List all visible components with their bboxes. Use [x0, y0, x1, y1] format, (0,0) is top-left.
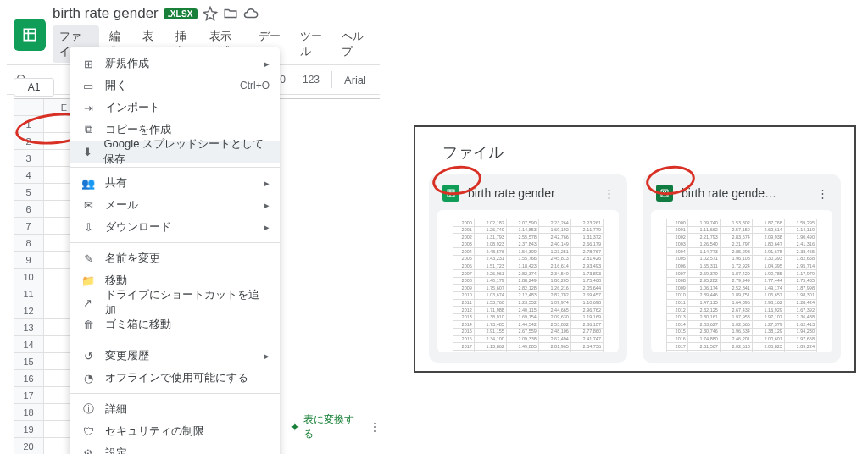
download-icon: ⇩	[81, 220, 95, 234]
dd-item-rename[interactable]: ✎名前を変更	[70, 247, 280, 269]
dd-separator	[70, 340, 280, 340]
dd-item-label: ダウンロード	[105, 219, 171, 235]
file-card-sheets[interactable]: birth rate gender ⋮ 20002.02,1822.07,590…	[429, 174, 627, 363]
copy-icon: ⧉	[81, 123, 95, 136]
info-icon: ⓘ	[81, 402, 95, 416]
file-thumbnail: 20002.02,1822.07,5902.23,2642.23,2612001…	[437, 210, 619, 352]
dd-item-label: ゴミ箱に移動	[105, 317, 171, 332]
history-icon: ↺	[81, 349, 95, 363]
drive-panel: ファイル birth rate gender ⋮ 20002.02,1822.0…	[414, 125, 856, 373]
row-header[interactable]: 9	[14, 252, 44, 269]
dd-item-shortcut[interactable]: ↗ドライブにショートカットを追加	[70, 291, 280, 313]
xlsx-badge: .XLSX	[164, 8, 198, 19]
toolbar-font[interactable]: Arial	[339, 72, 371, 88]
row-header[interactable]: 5	[14, 184, 44, 201]
dd-item-offline[interactable]: ◔オフラインで使用可能にする	[70, 367, 280, 389]
row-header[interactable]: 20	[14, 438, 44, 454]
row-header[interactable]: 1	[14, 116, 44, 133]
sheets-icon	[442, 185, 459, 202]
dd-item-folder[interactable]: ▭開くCtrl+O	[70, 75, 280, 97]
toolbar-divider	[331, 71, 332, 88]
dd-separator	[70, 393, 280, 394]
import-icon: ⇥	[81, 101, 95, 114]
menu-tools[interactable]: ツール	[293, 25, 331, 63]
row-header[interactable]: 4	[14, 167, 44, 184]
excel-icon	[656, 185, 673, 202]
dd-item-label: 詳細	[105, 401, 127, 417]
name-box[interactable]: A1	[14, 78, 54, 97]
menu-help[interactable]: ヘルプ	[335, 25, 373, 63]
star-diamond-icon: ✦	[290, 420, 300, 434]
chevron-right-icon: ▸	[264, 200, 270, 211]
dd-item-share[interactable]: 👥共有▸	[70, 172, 280, 194]
file-card-name: birth rate gende…	[682, 186, 805, 200]
dd-item-label: 移動	[105, 273, 127, 288]
dd-item-label: Google スプレッドシートとして保存	[103, 136, 268, 167]
move-icon: 📁	[81, 274, 95, 287]
row-header[interactable]: 8	[14, 235, 44, 252]
dd-item-plus-grid[interactable]: ⊞新規作成▸	[70, 53, 280, 75]
row-header[interactable]: 15	[14, 353, 44, 370]
drive-section-title: ファイル	[429, 139, 841, 174]
convert-chip-label: 表に変換する	[303, 412, 361, 441]
row-header[interactable]: 2	[14, 133, 44, 150]
dd-item-label: メール	[105, 197, 138, 213]
dd-item-label: 開く	[105, 78, 127, 93]
sheets-logo-icon[interactable]	[14, 19, 46, 51]
dd-item-import[interactable]: ⇥インポート	[70, 97, 280, 119]
move-folder-icon[interactable]	[223, 6, 238, 21]
plus-grid-icon: ⊞	[81, 57, 95, 70]
dd-item-label: セキュリティの制限	[105, 424, 204, 439]
file-dropdown: ⊞新規作成▸▭開くCtrl+O⇥インポート⧉コピーを作成⬇Google スプレッ…	[70, 47, 280, 454]
row-header[interactable]: 17	[14, 387, 44, 404]
save-icon: ⬇	[81, 145, 93, 158]
doc-title[interactable]: birth rate gender	[53, 5, 159, 22]
row-header[interactable]: 18	[14, 404, 44, 421]
share-icon: 👥	[81, 176, 95, 190]
file-card-more-icon[interactable]: ⋮	[814, 185, 831, 202]
file-card-more-icon[interactable]: ⋮	[600, 185, 617, 202]
dd-item-trash[interactable]: 🗑ゴミ箱に移動	[70, 313, 280, 335]
dd-item-label: 設定	[105, 446, 127, 454]
row-header[interactable]: 12	[14, 302, 44, 319]
row-header[interactable]: 7	[14, 218, 44, 235]
chevron-right-icon: ▸	[264, 178, 270, 189]
row-header[interactable]: 14	[14, 336, 44, 353]
dd-item-label: コピーを作成	[105, 122, 171, 137]
dd-item-settings[interactable]: ⚙設定	[70, 442, 280, 454]
row-header[interactable]: 10	[14, 269, 44, 285]
dd-item-info[interactable]: ⓘ詳細	[70, 398, 280, 420]
file-card-excel[interactable]: birth rate gende… ⋮ 20001.09,7401.53,802…	[643, 174, 841, 363]
row-header[interactable]: 13	[14, 319, 44, 336]
row-header[interactable]: 6	[14, 201, 44, 218]
convert-to-table-chip[interactable]: ✦ 表に変換する ⋮	[290, 412, 380, 441]
dd-item-label: 新規作成	[105, 56, 149, 71]
row-header[interactable]: 3	[14, 150, 44, 167]
cloud-status-icon[interactable]	[243, 6, 259, 21]
dd-item-download[interactable]: ⇩ダウンロード▸	[70, 216, 280, 238]
chevron-right-icon: ▸	[264, 58, 270, 69]
dd-item-save[interactable]: ⬇Google スプレッドシートとして保存	[70, 141, 280, 163]
dd-item-shortcut: Ctrl+O	[240, 80, 270, 91]
dd-item-label: 共有	[105, 175, 127, 191]
security-icon: 🛡	[81, 424, 95, 438]
file-thumbnail: 20001.09,7401.53,8021.87,7681.59,2952001…	[651, 210, 832, 352]
row-header[interactable]: 19	[14, 421, 44, 438]
rename-icon: ✎	[81, 252, 95, 265]
trash-icon: 🗑	[81, 318, 95, 331]
dd-separator	[70, 167, 280, 168]
dd-item-label: 名前を変更	[105, 251, 160, 266]
row-header[interactable]: 11	[14, 285, 44, 302]
chevron-right-icon: ▸	[264, 351, 270, 362]
file-card-name: birth rate gender	[468, 186, 592, 200]
shortcut-icon: ↗	[81, 296, 95, 309]
dd-item-security[interactable]: 🛡セキュリティの制限	[70, 420, 280, 442]
sheets-editor: birth rate gender .XLSX ファイル 編集 表示 挿入 表示…	[7, 0, 380, 449]
dd-item-label: 変更履歴	[105, 348, 149, 363]
dd-item-history[interactable]: ↺変更履歴▸	[70, 345, 280, 367]
toolbar-numfmt[interactable]: 123	[298, 72, 325, 87]
row-header[interactable]: 16	[14, 370, 44, 387]
dd-item-mail[interactable]: ✉メール▸	[70, 194, 280, 216]
chevron-right-icon: ▸	[264, 222, 270, 233]
star-icon[interactable]	[203, 6, 218, 21]
